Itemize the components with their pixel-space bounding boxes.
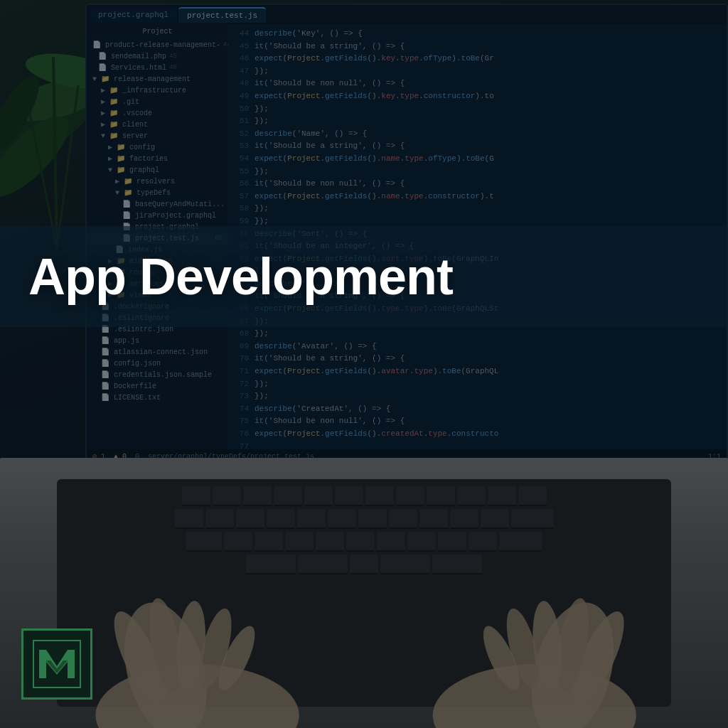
file-app-js[interactable]: 📄 app.js [87, 335, 228, 346]
laptop-body [0, 458, 728, 728]
folder-server[interactable]: ▼ 📁 server [87, 130, 228, 141]
main-title: App Development [28, 247, 453, 306]
ide-tabs: project.graphql project.test.js [87, 5, 727, 25]
file-product-release[interactable]: 📄 product-release-management- 44 [87, 39, 228, 50]
file-dockerfile[interactable]: 📄 Dockerfile [87, 380, 228, 392]
scene: project.graphql project.test.js Project … [0, 0, 728, 728]
file-sendemail[interactable]: 📄 sendemail.php 45 [87, 50, 228, 62]
svg-marker-23 [39, 650, 75, 678]
file-base-query[interactable]: 📄 baseQueryAndMutati... [87, 198, 228, 210]
folder-graphql[interactable]: ▼ 📁 graphql [87, 164, 228, 176]
hands-overlay [0, 486, 728, 728]
file-jira-project[interactable]: 📄 jiraProject.graphql [87, 210, 228, 221]
title-box: App Development [0, 226, 728, 327]
folder-git[interactable]: ▶ 📁 .git [87, 96, 228, 107]
file-services[interactable]: 📄 Services.html 46 [87, 62, 228, 73]
folder-release-management[interactable]: ▼ 📁 release-management [87, 73, 228, 85]
folder-typedefs[interactable]: ▼ 📁 typeDefs [87, 187, 228, 198]
file-atlassian-connect[interactable]: 📄 atlassian-connect.json [87, 346, 228, 358]
folder-vscode[interactable]: ▶ 📁 .vscode [87, 107, 228, 119]
file-config-json[interactable]: 📄 config.json [87, 358, 228, 369]
folder-infrastructure[interactable]: ▶ 📁 _infrastructure [87, 85, 228, 96]
logo-box [21, 628, 92, 700]
file-license[interactable]: 📄 LICENSE.txt [87, 392, 228, 403]
logo-m-icon [32, 639, 82, 689]
tab-project-test-js[interactable]: project.test.js [178, 7, 266, 23]
sidebar-header: Project [87, 25, 228, 39]
folder-client[interactable]: ▶ 📁 client [87, 119, 228, 130]
tab-project-graphql[interactable]: project.graphql [90, 8, 177, 22]
file-credentials-sample[interactable]: 📄 credentials.json.sample [87, 369, 228, 380]
folder-resolvers[interactable]: ▶ 📁 resolvers [87, 176, 228, 187]
folder-factories[interactable]: ▶ 📁 factories [87, 153, 228, 164]
logo-container [21, 628, 92, 700]
folder-config[interactable]: ▶ 📁 config [87, 141, 228, 153]
